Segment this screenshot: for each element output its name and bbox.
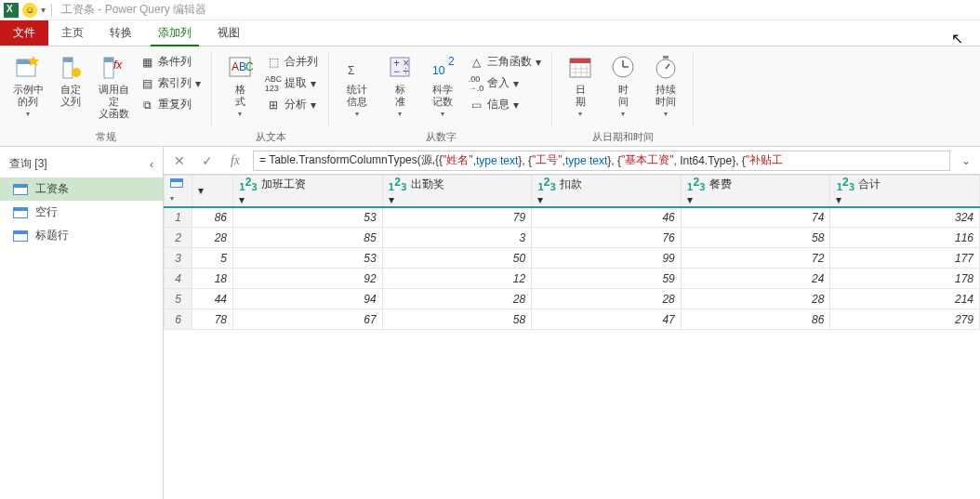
cell[interactable]: 279 [830, 309, 980, 330]
column-header[interactable]: 123扣款▾ [532, 176, 682, 207]
row-number[interactable]: 1 [165, 207, 192, 228]
tab-file[interactable]: 文件 [0, 20, 48, 46]
cell[interactable]: 177 [830, 248, 980, 269]
filter-dropdown-icon[interactable]: ▾ [687, 193, 693, 206]
row-number[interactable]: 3 [165, 248, 192, 269]
cell[interactable]: 53 [233, 248, 383, 269]
cell[interactable]: 94 [233, 289, 383, 309]
row-number[interactable]: 5 [165, 289, 192, 309]
cell[interactable]: 178 [830, 269, 980, 289]
data-grid-wrap[interactable]: ▾ ▾ 123加班工资▾123出勤奖▾123扣款▾123餐费▾123合计▾ 18… [164, 175, 980, 499]
table-row[interactable]: 67867584786279 [165, 309, 980, 330]
cell[interactable]: 47 [532, 309, 682, 330]
cell[interactable]: 86 [681, 309, 830, 330]
parse-button[interactable]: ⊞分析 ▾ [262, 95, 322, 114]
information-button[interactable]: ▭信息 ▾ [465, 95, 545, 114]
trig-button[interactable]: △三角函数 ▾ [465, 52, 545, 72]
query-item[interactable]: 空行 [0, 201, 163, 224]
cell[interactable]: 74 [681, 207, 830, 228]
conditional-column-button[interactable]: ▦条件列 [136, 52, 205, 72]
column-header[interactable]: 123加班工资▾ [233, 176, 383, 207]
column-name: 合计 [858, 177, 881, 192]
svg-text:10: 10 [432, 64, 445, 77]
duration-button[interactable]: 持续 时间▾ [645, 50, 686, 126]
cell[interactable]: 92 [233, 269, 383, 289]
column-header[interactable]: ▾ [192, 176, 233, 207]
smiley-icon[interactable]: ☺ [22, 3, 37, 18]
extract-button[interactable]: ABC123提取 ▾ [262, 73, 322, 93]
formula-input[interactable]: = Table.TransformColumnTypes(源,{{"姓名", t… [253, 151, 950, 171]
fx-icon[interactable]: fx [225, 151, 245, 171]
cell[interactable]: 5 [192, 248, 233, 269]
index-column-button[interactable]: ▤索引列 ▾ [136, 73, 205, 93]
cell[interactable]: 53 [233, 207, 383, 228]
table-row[interactable]: 2288537658116 [165, 228, 980, 248]
table-row[interactable]: 18653794674324 [165, 207, 980, 228]
custom-column-button[interactable]: 自定 义列 [50, 50, 91, 126]
cell[interactable]: 324 [830, 207, 980, 228]
rounding-button[interactable]: .00→.0舍入 ▾ [465, 73, 545, 93]
cell[interactable]: 86 [192, 207, 233, 228]
cell[interactable]: 28 [532, 289, 682, 309]
cell[interactable]: 24 [681, 269, 830, 289]
tab-home[interactable]: 主页 [48, 20, 97, 46]
cell[interactable]: 78 [192, 309, 233, 330]
cell[interactable]: 28 [192, 228, 233, 248]
tab-add-column[interactable]: 添加列 [145, 20, 205, 46]
cell[interactable]: 67 [233, 309, 383, 330]
column-header[interactable]: 123合计▾ [830, 176, 980, 207]
format-button[interactable]: ABC 格 式▾ [219, 50, 260, 126]
row-number[interactable]: 4 [165, 269, 192, 289]
calendar-icon [565, 52, 595, 82]
column-header[interactable]: 123餐费▾ [681, 176, 830, 207]
cell[interactable]: 46 [532, 207, 682, 228]
standard-button[interactable]: + ×− ÷ 标 准▾ [379, 50, 420, 126]
column-header[interactable]: 123出勤奖▾ [382, 176, 532, 207]
filter-dropdown-icon[interactable]: ▾ [389, 193, 394, 206]
tab-transform[interactable]: 转换 [97, 20, 145, 46]
time-button[interactable]: 时 间▾ [603, 50, 643, 126]
row-number[interactable]: 6 [165, 309, 192, 330]
statistics-button[interactable]: Σ 统计 信息▾ [337, 50, 377, 126]
cell[interactable]: 85 [233, 228, 383, 248]
collapse-icon[interactable]: ‹ [150, 158, 153, 171]
cell[interactable]: 72 [681, 248, 830, 269]
invoke-custom-function-button[interactable]: fx 调用自定 义函数 [93, 50, 134, 126]
filter-dropdown-icon[interactable]: ▾ [537, 193, 543, 206]
filter-dropdown-icon[interactable]: ▾ [239, 193, 245, 206]
tab-view[interactable]: 视图 [205, 20, 253, 46]
scientific-button[interactable]: 102 科学 记数▾ [422, 50, 463, 126]
cell[interactable]: 79 [382, 207, 532, 228]
query-item[interactable]: 标题行 [0, 224, 163, 247]
cancel-formula-button[interactable]: ✕ [169, 151, 190, 171]
table-row[interactable]: 3553509972177 [165, 248, 980, 269]
cell[interactable]: 58 [382, 309, 532, 330]
cell[interactable]: 28 [681, 289, 830, 309]
cell[interactable]: 12 [382, 269, 532, 289]
filter-dropdown-icon[interactable]: ▾ [198, 184, 204, 197]
column-from-examples-button[interactable]: 示例中 的列▾ [7, 50, 48, 126]
filter-dropdown-icon[interactable]: ▾ [836, 193, 841, 206]
cell[interactable]: 76 [532, 228, 682, 248]
cell[interactable]: 58 [681, 228, 830, 248]
cell[interactable]: 59 [532, 269, 682, 289]
duplicate-column-button[interactable]: ⧉重复列 [136, 95, 205, 114]
accept-formula-button[interactable]: ✓ [197, 151, 218, 171]
cell[interactable]: 116 [830, 228, 980, 248]
cell[interactable]: 50 [382, 248, 532, 269]
cell[interactable]: 214 [830, 289, 980, 309]
cell[interactable]: 99 [532, 248, 682, 269]
cell[interactable]: 3 [382, 228, 532, 248]
table-row[interactable]: 54494282828214 [165, 289, 980, 309]
merge-columns-button[interactable]: ⬚合并列 [262, 52, 322, 72]
date-button[interactable]: 日 期▾ [560, 50, 601, 126]
table-row[interactable]: 41892125924178 [165, 269, 980, 289]
query-item[interactable]: 工资条 [0, 177, 163, 201]
cell[interactable]: 18 [192, 269, 233, 289]
cell[interactable]: 44 [192, 289, 233, 309]
qat-dropdown-icon[interactable]: ▾ [41, 5, 46, 15]
expand-formula-button[interactable]: ⌄ [958, 154, 974, 167]
select-all-corner[interactable]: ▾ [165, 176, 192, 207]
cell[interactable]: 28 [382, 289, 532, 309]
row-number[interactable]: 2 [165, 228, 192, 248]
